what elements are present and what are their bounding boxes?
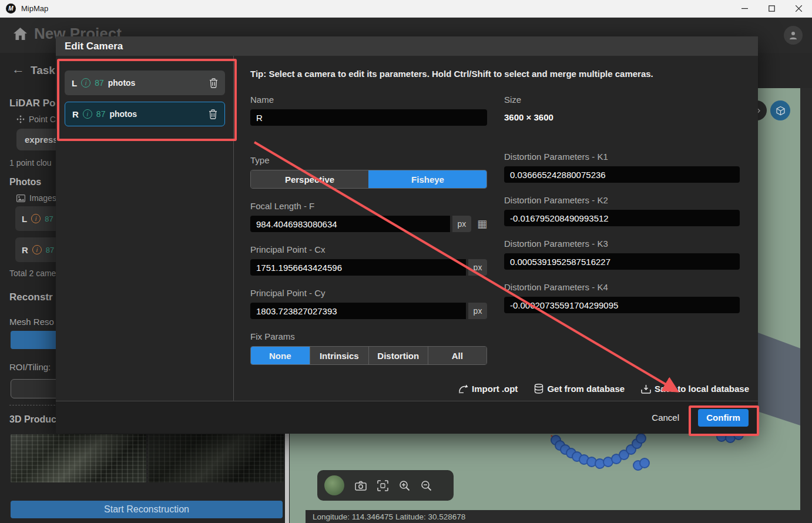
point-cloud-count: 1 point clou <box>9 158 52 167</box>
import-opt-label: Import .opt <box>472 384 518 394</box>
start-reconstruction-button[interactable]: Start Reconstruction <box>11 501 283 518</box>
sidebar-task-title: Task <box>31 64 55 77</box>
k2-label: Distortion Parameters - K2 <box>504 195 740 205</box>
confirm-button[interactable]: Confirm <box>698 409 749 427</box>
photo-count: 87 <box>46 246 54 254</box>
delete-camera-icon[interactable] <box>209 78 218 88</box>
name-input[interactable] <box>250 109 487 126</box>
photo-count: 87 <box>45 214 53 223</box>
principal-cy-label: Principal Point - Cy <box>250 288 487 298</box>
roi-tiling-label: ROI/Tiling: <box>9 362 51 372</box>
px-unit: px <box>452 216 471 232</box>
get-from-database-button[interactable]: Get from database <box>534 384 625 394</box>
photos-label: photos <box>108 78 136 88</box>
principal-cy-input[interactable] <box>250 303 466 319</box>
save-to-local-database-button[interactable]: Save to local database <box>641 384 749 394</box>
back-arrow-icon[interactable]: ← <box>12 62 25 77</box>
map-3d-view-button[interactable] <box>770 100 790 120</box>
principal-cx-input[interactable] <box>250 259 466 276</box>
k3-label: Distortion Parameters - K3 <box>504 239 740 249</box>
start-reconstruction-label: Start Reconstruction <box>104 504 189 515</box>
images-item[interactable]: Images <box>16 193 56 203</box>
camera-name: R <box>72 109 79 119</box>
type-segmented-control: Perspective Fisheye <box>250 170 487 189</box>
user-avatar-icon[interactable] <box>784 26 803 45</box>
photo-count: 87 <box>96 109 106 119</box>
basemap-preview[interactable] <box>324 475 344 495</box>
app-window: M MipMap New Project ← Task LiDAR Poi Po… <box>0 0 812 523</box>
screenshot-camera-icon[interactable] <box>355 481 367 491</box>
focal-length-input[interactable] <box>250 216 450 232</box>
sidebar-scrollbar[interactable] <box>285 434 289 523</box>
info-icon: i <box>32 245 42 254</box>
fix-option-intrinsics[interactable]: Intrinsics <box>310 347 369 364</box>
camera-name: L <box>72 78 77 88</box>
point-cloud-label: Point Cl <box>29 115 58 124</box>
size-value: 3600 × 3600 <box>504 112 740 122</box>
app-title: MipMap <box>21 4 48 13</box>
product-thumbnail-mesh[interactable] <box>11 434 146 482</box>
fix-option-all[interactable]: All <box>428 347 487 364</box>
coordinates-readout: Longitude: 114.346475 Latitude: 30.52867… <box>313 512 465 521</box>
calculator-icon[interactable]: ▦ <box>477 217 487 230</box>
cube-icon <box>776 106 786 116</box>
name-label: Name <box>250 95 487 105</box>
point-cloud-icon <box>16 115 25 123</box>
maximize-button[interactable] <box>758 0 785 17</box>
px-unit: px <box>468 303 487 319</box>
home-icon[interactable] <box>13 27 28 41</box>
app-logo-icon: M <box>6 4 16 14</box>
import-opt-button[interactable]: Import .opt <box>458 384 518 394</box>
map-status-bar: Longitude: 114.346475 Latitude: 30.52867… <box>306 510 812 523</box>
focal-length-label: Focal Length - F <box>250 201 487 211</box>
edit-camera-dialog: Edit Camera L i 87 photos R i 87 photos <box>56 36 758 434</box>
info-icon: i <box>83 109 92 119</box>
point-cloud-item[interactable]: Point Cl <box>16 115 58 124</box>
minimize-button[interactable] <box>731 0 758 17</box>
cancel-button[interactable]: Cancel <box>648 412 683 423</box>
px-unit: px <box>468 259 487 276</box>
size-label: Size <box>504 95 740 105</box>
k2-input[interactable] <box>504 210 740 226</box>
photos-label: photos <box>109 109 137 119</box>
dialog-footer: Cancel Confirm <box>56 401 758 434</box>
fix-params-segmented-control: None Intrinsics Distortion All <box>250 346 487 365</box>
products-heading: 3D Produc <box>9 414 56 425</box>
mesh-resolution-label: Mesh Reso <box>9 317 54 327</box>
product-thumbnail-pointcloud[interactable] <box>148 434 284 482</box>
map-building-footprint <box>758 333 800 425</box>
total-cameras-label: Total 2 came <box>9 269 56 278</box>
zoom-in-icon[interactable] <box>399 480 410 491</box>
fix-option-none[interactable]: None <box>251 347 310 364</box>
get-from-database-label: Get from database <box>547 384 625 394</box>
dialog-title: Edit Camera <box>65 41 123 52</box>
delete-camera-icon[interactable] <box>209 109 217 119</box>
save-to-local-database-label: Save to local database <box>655 384 749 394</box>
k4-input[interactable] <box>504 297 740 313</box>
camera-list-item-l[interactable]: L i 87 photos <box>65 71 225 95</box>
info-icon: i <box>81 78 90 88</box>
fix-params-label: Fix Params <box>250 331 487 341</box>
titlebar: M MipMap <box>0 0 812 18</box>
import-icon <box>458 384 468 393</box>
type-option-fisheye[interactable]: Fisheye <box>368 170 486 188</box>
k1-label: Distortion Parameters - K1 <box>504 152 740 162</box>
fix-option-distortion[interactable]: Distortion <box>368 347 428 364</box>
camera-list-item-r[interactable]: R i 87 photos <box>65 102 225 126</box>
right-panel-strip <box>800 88 812 523</box>
k3-input[interactable] <box>504 253 740 270</box>
database-icon <box>534 384 543 394</box>
k1-input[interactable] <box>504 166 740 183</box>
photos-section-heading: Photos <box>9 177 41 187</box>
save-icon <box>641 384 651 394</box>
reconstruction-heading: Reconstr <box>9 291 53 303</box>
fit-view-icon[interactable] <box>377 480 388 491</box>
images-label: Images <box>29 193 56 203</box>
zoom-out-icon[interactable] <box>421 480 432 491</box>
principal-cx-label: Principal Point - Cx <box>250 244 487 254</box>
map-toolbar <box>317 470 454 501</box>
type-option-perspective[interactable]: Perspective <box>251 170 368 188</box>
database-actions-row: Import .opt Get from database Save to lo… <box>56 384 749 394</box>
photo-count: 87 <box>95 78 104 88</box>
close-button[interactable] <box>785 0 812 17</box>
